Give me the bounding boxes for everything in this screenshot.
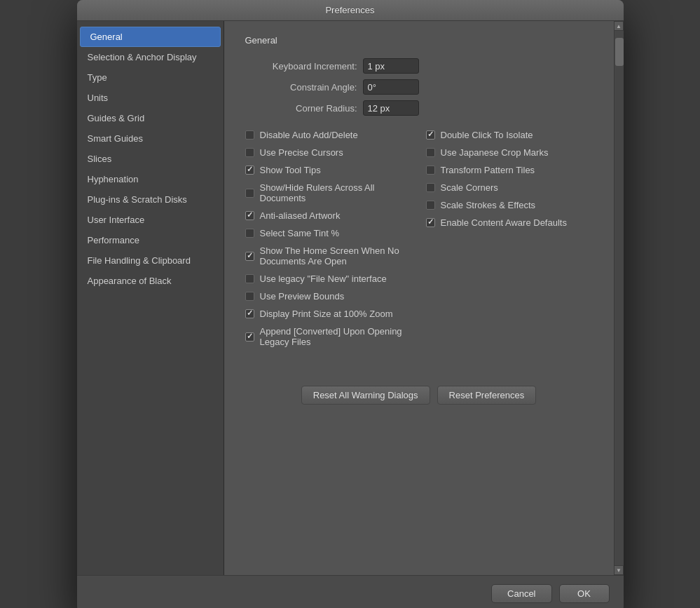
checkbox-label-double-click-isolate: Double Click To Isolate (441, 130, 533, 140)
corner-radius-label: Corner Radius: (245, 103, 357, 114)
buttons-area: Reset All Warning Dialogs Reset Preferen… (245, 375, 593, 405)
checkbox-use-preview-bounds[interactable] (245, 292, 254, 301)
keyboard-increment-label: Keyboard Increment: (245, 61, 357, 72)
sidebar-item-user-interface[interactable]: User Interface (77, 210, 224, 230)
section-title: General (245, 35, 593, 46)
checkbox-label-show-tool-tips: Show Tool Tips (260, 165, 321, 175)
checkbox-row-transform-pattern: Transform Pattern Tiles (426, 165, 593, 175)
sidebar-item-guides[interactable]: Guides & Grid (77, 108, 224, 128)
window-content: GeneralSelection & Anchor DisplayTypeUni… (77, 21, 624, 575)
constrain-angle-row: Constrain Angle: (245, 79, 593, 95)
checkbox-row-japanese-crop-marks: Use Japanese Crop Marks (426, 147, 593, 158)
checkbox-label-transform-pattern: Transform Pattern Tiles (441, 165, 535, 175)
checkbox-row-disable-auto: Disable Auto Add/Delete (245, 130, 412, 140)
ok-button[interactable]: OK (559, 584, 610, 603)
sidebar-item-general[interactable]: General (80, 27, 221, 47)
title-bar: Preferences (77, 0, 624, 21)
sidebar-item-plugins[interactable]: Plug-ins & Scratch Disks (77, 189, 224, 210)
checkbox-label-use-preview-bounds: Use Preview Bounds (260, 291, 345, 302)
field-group: Keyboard Increment: Constrain Angle: Cor… (245, 58, 593, 116)
checkbox-show-hide-rulers[interactable] (245, 189, 254, 198)
checkbox-row-use-preview-bounds: Use Preview Bounds (245, 291, 412, 302)
checkbox-label-show-home-screen: Show The Home Screen When No Documents A… (260, 245, 412, 266)
checkbox-label-append-converted: Append [Converted] Upon Opening Legacy F… (260, 326, 412, 347)
sidebar-item-type[interactable]: Type (77, 67, 224, 88)
checkbox-show-home-screen[interactable] (245, 252, 254, 261)
main-content: General Keyboard Increment: Constrain An… (224, 21, 614, 575)
reset-preferences-button[interactable]: Reset Preferences (437, 386, 537, 405)
checkbox-row-append-converted: Append [Converted] Upon Opening Legacy F… (245, 326, 412, 347)
sidebar-item-appearance[interactable]: Appearance of Black (77, 271, 224, 291)
sidebar-item-selection[interactable]: Selection & Anchor Display (77, 47, 224, 67)
scroll-down-button[interactable]: ▼ (614, 565, 624, 575)
checkbox-display-print-size[interactable] (245, 309, 254, 318)
window-footer: Cancel OK (77, 575, 624, 608)
checkbox-label-disable-auto: Disable Auto Add/Delete (260, 130, 358, 140)
constrain-angle-label: Constrain Angle: (245, 82, 357, 93)
checkbox-use-precise[interactable] (245, 148, 254, 157)
sidebar: GeneralSelection & Anchor DisplayTypeUni… (77, 21, 224, 575)
keyboard-increment-input[interactable] (363, 58, 419, 74)
checkbox-label-anti-aliased: Anti-aliased Artwork (260, 210, 341, 221)
keyboard-increment-row: Keyboard Increment: (245, 58, 593, 74)
checkbox-scale-corners[interactable] (426, 183, 435, 192)
scroll-thumb[interactable] (615, 38, 624, 66)
sidebar-item-units[interactable]: Units (77, 88, 224, 108)
checkboxes-area: Disable Auto Add/DeleteUse Precise Curso… (245, 130, 593, 354)
checkbox-row-show-home-screen: Show The Home Screen When No Documents A… (245, 245, 412, 266)
checkbox-row-enable-content-aware: Enable Content Aware Defaults (426, 217, 593, 228)
corner-radius-row: Corner Radius: (245, 100, 593, 116)
checkbox-label-enable-content-aware: Enable Content Aware Defaults (441, 217, 567, 228)
sidebar-item-file-handling[interactable]: File Handling & Clipboard (77, 250, 224, 271)
checkbox-transform-pattern[interactable] (426, 165, 435, 175)
scroll-track (615, 31, 624, 565)
checkbox-use-legacy-file-new[interactable] (245, 274, 254, 283)
checkbox-row-use-legacy-file-new: Use legacy "File New" interface (245, 273, 412, 284)
checkbox-row-select-same-tint: Select Same Tint % (245, 228, 412, 238)
corner-radius-input[interactable] (363, 100, 419, 116)
checkbox-append-converted[interactable] (245, 332, 254, 342)
checkbox-row-double-click-isolate: Double Click To Isolate (426, 130, 593, 140)
scroll-up-button[interactable]: ▲ (614, 21, 624, 31)
checkbox-label-japanese-crop-marks: Use Japanese Crop Marks (441, 147, 549, 158)
checkbox-disable-auto[interactable] (245, 130, 254, 140)
preferences-window: Preferences GeneralSelection & Anchor Di… (77, 0, 624, 608)
window-title: Preferences (325, 5, 374, 15)
left-checkbox-column: Disable Auto Add/DeleteUse Precise Curso… (245, 130, 412, 354)
checkbox-label-show-hide-rulers: Show/Hide Rulers Across All Documents (260, 182, 412, 203)
checkbox-japanese-crop-marks[interactable] (426, 148, 435, 157)
checkbox-enable-content-aware[interactable] (426, 218, 435, 227)
right-scrollbar: ▲ ▼ (614, 21, 624, 575)
checkbox-row-use-precise: Use Precise Cursors (245, 147, 412, 158)
checkbox-label-select-same-tint: Select Same Tint % (260, 228, 339, 238)
sidebar-item-slices[interactable]: Slices (77, 149, 224, 169)
checkbox-show-tool-tips[interactable] (245, 165, 254, 175)
checkbox-label-use-legacy-file-new: Use legacy "File New" interface (260, 273, 387, 284)
checkbox-row-show-tool-tips: Show Tool Tips (245, 165, 412, 175)
sidebar-item-hyphenation[interactable]: Hyphenation (77, 169, 224, 189)
checkbox-row-anti-aliased: Anti-aliased Artwork (245, 210, 412, 221)
checkbox-label-scale-corners: Scale Corners (441, 182, 498, 193)
checkbox-row-scale-corners: Scale Corners (426, 182, 593, 193)
cancel-button[interactable]: Cancel (491, 584, 551, 603)
sidebar-item-performance[interactable]: Performance (77, 230, 224, 250)
checkbox-double-click-isolate[interactable] (426, 130, 435, 140)
checkbox-row-show-hide-rulers: Show/Hide Rulers Across All Documents (245, 182, 412, 203)
checkbox-row-scale-strokes: Scale Strokes & Effects (426, 200, 593, 210)
checkbox-label-scale-strokes: Scale Strokes & Effects (441, 200, 536, 210)
constrain-angle-input[interactable] (363, 79, 419, 95)
checkbox-scale-strokes[interactable] (426, 201, 435, 210)
sidebar-item-smart-guides[interactable]: Smart Guides (77, 128, 224, 149)
checkbox-label-display-print-size: Display Print Size at 100% Zoom (260, 309, 393, 319)
checkbox-select-same-tint[interactable] (245, 229, 254, 238)
reset-warnings-button[interactable]: Reset All Warning Dialogs (301, 386, 430, 405)
checkbox-row-display-print-size: Display Print Size at 100% Zoom (245, 309, 412, 319)
checkbox-label-use-precise: Use Precise Cursors (260, 147, 343, 158)
right-checkbox-column: Double Click To IsolateUse Japanese Crop… (426, 130, 593, 354)
checkbox-anti-aliased[interactable] (245, 211, 254, 220)
